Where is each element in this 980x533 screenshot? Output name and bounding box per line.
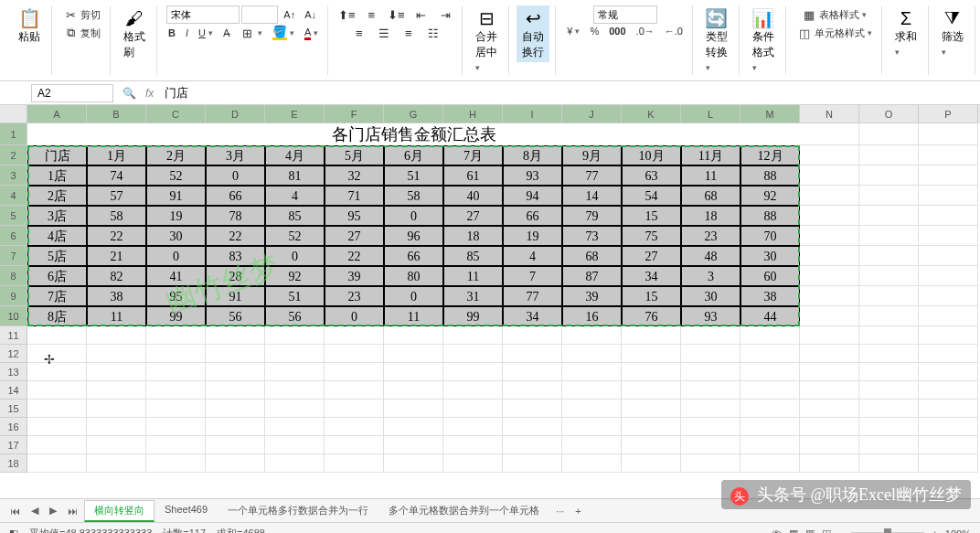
- cut-button[interactable]: ✂剪切: [59, 5, 104, 24]
- format-painter-button[interactable]: 🖌 格式刷: [118, 5, 151, 62]
- row-header-14[interactable]: 14: [0, 381, 27, 400]
- table-data-cell[interactable]: 16: [562, 306, 622, 326]
- table-data-cell[interactable]: 38: [87, 286, 146, 306]
- sheet-tab[interactable]: 一个单元格多行数据合并为一行: [218, 500, 378, 522]
- table-data-cell[interactable]: 51: [384, 165, 443, 186]
- cell-A15[interactable]: [27, 400, 87, 418]
- border-button[interactable]: ⊞▾: [237, 24, 266, 42]
- cell-C13[interactable]: [146, 363, 206, 381]
- cell-J17[interactable]: [562, 436, 622, 454]
- table-data-cell[interactable]: 40: [443, 186, 503, 206]
- table-data-cell[interactable]: 56: [265, 306, 325, 326]
- table-data-cell[interactable]: 27: [622, 246, 681, 266]
- col-header-D[interactable]: D: [206, 105, 265, 123]
- bold-button[interactable]: B: [165, 26, 179, 40]
- table-data-cell[interactable]: 48: [681, 246, 740, 266]
- cell-A14[interactable]: [27, 381, 87, 400]
- cell-K13[interactable]: [622, 363, 681, 381]
- table-data-cell[interactable]: 19: [146, 206, 206, 226]
- table-data-cell[interactable]: 66: [384, 246, 443, 266]
- cell-O3[interactable]: [859, 165, 919, 186]
- cell-O18[interactable]: [859, 454, 919, 473]
- sheet-nav-first[interactable]: ⏮: [5, 504, 25, 518]
- font-size-select[interactable]: [241, 5, 278, 24]
- cell-F15[interactable]: [325, 400, 384, 418]
- decrease-decimal-button[interactable]: ←.0: [661, 24, 687, 38]
- cell-P18[interactable]: [919, 454, 978, 473]
- table-data-cell[interactable]: 30: [146, 226, 206, 246]
- cell-N14[interactable]: [800, 381, 859, 400]
- table-header-cell[interactable]: 1月: [87, 145, 146, 165]
- cell-I14[interactable]: [503, 381, 562, 400]
- cell-F18[interactable]: [325, 454, 384, 473]
- table-data-cell[interactable]: 3: [681, 266, 740, 286]
- cell-P10[interactable]: [919, 306, 978, 326]
- table-data-cell[interactable]: 77: [503, 286, 562, 306]
- table-data-cell[interactable]: 41: [146, 266, 206, 286]
- table-data-cell[interactable]: 27: [443, 206, 503, 226]
- table-data-cell[interactable]: 61: [443, 165, 503, 186]
- formula-input[interactable]: [163, 84, 975, 101]
- table-data-cell[interactable]: 54: [622, 186, 681, 206]
- table-header-cell[interactable]: 4月: [265, 145, 325, 165]
- row-header-13[interactable]: 13: [0, 363, 27, 381]
- cell-P17[interactable]: [919, 436, 978, 454]
- cell-D18[interactable]: [206, 454, 265, 473]
- table-data-cell[interactable]: 23: [681, 226, 740, 246]
- row-header-18[interactable]: 18: [0, 454, 27, 473]
- sheet-nav-next[interactable]: ▶: [45, 503, 61, 518]
- cell-B15[interactable]: [87, 400, 146, 418]
- cell-O5[interactable]: [859, 206, 919, 226]
- cell-G12[interactable]: [384, 345, 443, 363]
- cell-N18[interactable]: [800, 454, 859, 473]
- cell-N10[interactable]: [800, 306, 859, 326]
- table-data-cell[interactable]: 1店: [27, 165, 87, 186]
- table-data-cell[interactable]: 66: [206, 186, 265, 206]
- cell-J18[interactable]: [562, 454, 622, 473]
- cell-K12[interactable]: [622, 345, 681, 363]
- cell-O8[interactable]: [859, 266, 919, 286]
- cell-F17[interactable]: [325, 436, 384, 454]
- name-box[interactable]: [31, 84, 113, 102]
- row-header-2[interactable]: 2: [0, 145, 27, 165]
- type-convert-button[interactable]: 🔄 类型转换▾: [700, 5, 733, 75]
- cell-G16[interactable]: [384, 418, 443, 436]
- cell-O11[interactable]: [859, 326, 919, 345]
- cell-J16[interactable]: [562, 418, 622, 436]
- currency-button[interactable]: ¥▾: [563, 24, 583, 38]
- row-header-10[interactable]: 10: [0, 306, 27, 326]
- underline-button[interactable]: U▾: [195, 26, 217, 40]
- search-icon[interactable]: 🔍: [122, 87, 136, 100]
- row-header-12[interactable]: 12: [0, 345, 27, 363]
- row-header-9[interactable]: 9: [0, 286, 27, 306]
- cell-K11[interactable]: [622, 326, 681, 345]
- col-header-B[interactable]: B: [87, 105, 146, 123]
- table-data-cell[interactable]: 78: [206, 206, 265, 226]
- table-data-cell[interactable]: 95: [325, 206, 384, 226]
- cell-E17[interactable]: [265, 436, 325, 454]
- cell-J15[interactable]: [562, 400, 622, 418]
- cell-N3[interactable]: [800, 165, 859, 186]
- table-data-cell[interactable]: 79: [562, 206, 622, 226]
- cell-J14[interactable]: [562, 381, 622, 400]
- table-data-cell[interactable]: 93: [503, 165, 562, 186]
- cell-C17[interactable]: [146, 436, 206, 454]
- paste-button[interactable]: 📋 粘贴: [13, 5, 46, 47]
- cell-L18[interactable]: [681, 454, 740, 473]
- cell-N6[interactable]: [800, 226, 859, 246]
- row-header-1[interactable]: 1: [0, 123, 27, 145]
- col-header-O[interactable]: O: [859, 105, 919, 123]
- cell-O10[interactable]: [859, 306, 919, 326]
- table-data-cell[interactable]: 93: [681, 306, 740, 326]
- cell-M15[interactable]: [740, 400, 800, 418]
- cell-N2[interactable]: [800, 145, 859, 165]
- fx-label[interactable]: fx: [145, 87, 154, 100]
- cell-O1[interactable]: [859, 123, 919, 145]
- table-data-cell[interactable]: 0: [384, 206, 443, 226]
- table-data-cell[interactable]: 76: [622, 306, 681, 326]
- row-header-8[interactable]: 8: [0, 266, 27, 286]
- row-header-17[interactable]: 17: [0, 436, 27, 454]
- sheet-tab[interactable]: 横向转竖向: [84, 500, 154, 522]
- cell-E11[interactable]: [265, 326, 325, 345]
- cell-F11[interactable]: [325, 326, 384, 345]
